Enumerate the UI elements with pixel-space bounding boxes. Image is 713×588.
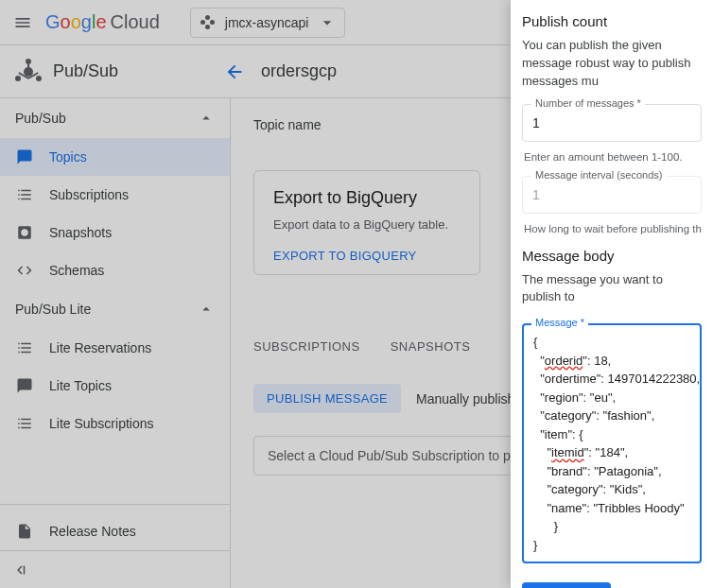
sidebar-item-schemas[interactable]: Schemas (0, 251, 230, 289)
message-label: Message * (531, 317, 588, 328)
sidebar-item-label: Topics (49, 149, 87, 164)
sidebar-item-release-notes[interactable]: Release Notes (0, 512, 230, 550)
interval-input[interactable] (522, 176, 702, 214)
google-cloud-logo[interactable]: Google Cloud (45, 11, 160, 33)
publish-count-description: You can publish the given message robust… (522, 37, 702, 91)
chat-icon (15, 376, 34, 395)
sidebar-item-lite-subscriptions[interactable]: Lite Subscriptions (0, 405, 230, 442)
nav-section-pubsub-lite[interactable]: Pub/Sub Lite (0, 289, 230, 329)
snapshot-icon (15, 223, 34, 242)
document-icon (15, 522, 34, 541)
message-body-heading: Message body (522, 248, 702, 264)
collapse-sidebar-button[interactable] (0, 550, 230, 588)
chevron-left-icon (11, 562, 28, 579)
hamburger-menu-icon[interactable] (11, 11, 34, 34)
export-bigquery-card: Export to BigQuery Export data to a BigQ… (253, 170, 480, 275)
sidebar: Pub/Sub Topics Subscriptions Snapshots S… (0, 98, 231, 588)
num-messages-helper: Enter an amount between 1-100. (524, 151, 702, 163)
num-messages-input[interactable] (522, 104, 702, 142)
list-icon (15, 414, 34, 433)
sidebar-item-label: Lite Subscriptions (49, 416, 154, 431)
back-arrow-icon[interactable] (223, 61, 246, 83)
nav-section-pubsub[interactable]: Pub/Sub (0, 98, 230, 138)
chevron-up-icon (198, 301, 215, 318)
bq-card-description: Export data to a BigQuery table. (273, 217, 461, 232)
sidebar-item-subscriptions[interactable]: Subscriptions (0, 176, 230, 214)
export-bigquery-link[interactable]: EXPORT TO BIGQUERY (273, 249, 461, 263)
project-icon (200, 15, 216, 30)
schema-icon (15, 261, 34, 280)
manual-publish-text: Manually publish (416, 391, 514, 406)
message-body-description: The message you want to publish to (522, 271, 702, 307)
chevron-up-icon (198, 110, 215, 127)
sidebar-item-lite-topics[interactable]: Lite Topics (0, 367, 230, 405)
pubsub-product-icon (15, 59, 42, 85)
tab-snapshots[interactable]: SNAPSHOTS (391, 332, 471, 361)
sidebar-item-label: Schemas (49, 263, 104, 278)
sidebar-item-label: Lite Reservations (49, 340, 151, 355)
list-icon (15, 185, 34, 204)
message-textarea[interactable]: { "orderid": 18, "ordertime": 1497014222… (522, 323, 702, 563)
sidebar-item-snapshots[interactable]: Snapshots (0, 214, 230, 251)
tab-subscriptions[interactable]: SUBSCRIPTIONS (253, 332, 360, 361)
publish-button[interactable]: PUBLISH (522, 582, 611, 588)
interval-label: Message interval (seconds) (531, 169, 667, 181)
num-messages-label: Number of messages * (531, 97, 645, 109)
sidebar-item-label: Snapshots (49, 225, 112, 240)
sidebar-item-lite-reservations[interactable]: Lite Reservations (0, 329, 230, 367)
sidebar-item-topics[interactable]: Topics (0, 138, 230, 176)
logo-cloud-text: Cloud (111, 11, 160, 33)
publish-message-button[interactable]: PUBLISH MESSAGE (253, 384, 401, 413)
sidebar-item-label: Subscriptions (49, 187, 129, 202)
bq-card-title: Export to BigQuery (273, 188, 461, 208)
project-name: jmcx-asyncapi (225, 15, 309, 30)
sidebar-item-label: Release Notes (49, 524, 136, 539)
project-selector[interactable]: jmcx-asyncapi (190, 8, 346, 38)
sidebar-item-label: Lite Topics (49, 378, 112, 393)
chat-icon (15, 147, 34, 166)
chevron-down-icon (318, 13, 337, 32)
interval-helper: How long to wait before publishing th (524, 223, 702, 234)
list-icon (15, 338, 34, 357)
publish-count-heading: Publish count (522, 13, 702, 29)
product-title: Pub/Sub (53, 61, 223, 81)
publish-side-panel: Publish count You can publish the given … (511, 0, 713, 588)
